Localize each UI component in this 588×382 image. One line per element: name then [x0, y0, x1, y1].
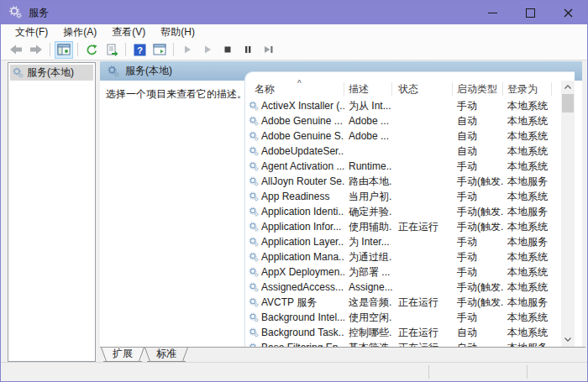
- service-name: Application Infor...: [261, 221, 341, 233]
- pane-header-label: 服务(本地): [125, 64, 172, 78]
- minimize-button[interactable]: [474, 1, 512, 24]
- scroll-up-button[interactable]: [561, 81, 575, 93]
- start-service-button[interactable]: [178, 41, 197, 59]
- tab-standard[interactable]: 标准: [147, 348, 186, 362]
- service-gear-icon: [249, 207, 259, 217]
- resume-service-button[interactable]: [198, 41, 217, 59]
- console-tree-panel: 服务(本地): [8, 62, 96, 362]
- close-button[interactable]: [549, 1, 587, 24]
- service-logon-as: 本地系统: [503, 220, 552, 234]
- service-name: AssignedAccess...: [261, 281, 344, 293]
- table-row[interactable]: Agent Activation ... Runtime... 手动 本地系统: [245, 159, 575, 174]
- service-gear-icon: [249, 222, 259, 232]
- sort-ascending-icon: ^: [297, 77, 302, 91]
- action-pane-icon: [153, 44, 166, 55]
- refresh-button[interactable]: [82, 41, 101, 59]
- table-row[interactable]: Background Intel... 使用空闲... 手动 本地系统: [245, 310, 575, 325]
- statusbar-separator: [527, 365, 528, 379]
- export-list-icon: [105, 44, 118, 56]
- table-row[interactable]: AdobeUpdateSer... 自动 本地系统: [245, 144, 575, 159]
- table-row[interactable]: AllJoyn Router Se... 路由本地... 手动(触发... 本地…: [245, 174, 575, 189]
- refresh-icon: [86, 44, 98, 56]
- services-pane: 服务(本地) 选择一个项目来查看它的描述。 名称 ^ 描述 状态 启动类型 登录…: [100, 61, 582, 362]
- service-status: 正在运行: [392, 296, 453, 310]
- service-startup-type: 手动: [453, 235, 503, 249]
- stop-service-button[interactable]: [218, 41, 237, 59]
- table-row[interactable]: Application Mana... 为通过组... 手动 本地系统: [245, 249, 575, 264]
- menu-action[interactable]: 操作(A): [55, 24, 104, 39]
- scroll-down-button[interactable]: [561, 333, 575, 346]
- service-name: App Readiness: [261, 191, 329, 202]
- service-description: 路由本地...: [344, 175, 392, 189]
- table-row[interactable]: ActiveX Installer (... 为从 Int... 手动 本地系统: [245, 98, 575, 113]
- table-row[interactable]: AssignedAccess... Assigne... 手动(触发... 本地…: [245, 280, 575, 295]
- menu-view[interactable]: 查看(V): [104, 24, 153, 39]
- status-bar: [1, 362, 587, 381]
- service-startup-type: 手动(触发...: [453, 205, 503, 219]
- service-gear-icon: [249, 297, 259, 307]
- view-tabs: 扩展 标准: [100, 347, 585, 363]
- service-description: 为 Inter...: [344, 235, 392, 249]
- column-header-description[interactable]: 描述: [344, 82, 392, 96]
- table-row[interactable]: Application Identi... 确定并验... 手动(触发... 本…: [245, 204, 575, 219]
- service-gear-icon: [249, 267, 259, 277]
- menu-file[interactable]: 文件(F): [8, 24, 55, 39]
- table-row[interactable]: App Readiness 当用户初... 手动 本地系统: [245, 189, 575, 204]
- table-row[interactable]: AVCTP 服务 这是音频... 正在运行 手动(触发... 本地服务: [245, 295, 575, 310]
- service-logon-as: 本地服务: [503, 175, 552, 189]
- table-row[interactable]: Background Task... 控制哪些... 正在运行 自动 本地系统: [245, 325, 575, 340]
- service-name: Application Mana...: [261, 251, 344, 263]
- table-row[interactable]: Application Infor... 使用辅助... 正在运行 手动(触发.…: [245, 219, 575, 234]
- menu-help[interactable]: 帮助(H): [153, 24, 202, 39]
- window-title: 服务: [29, 6, 49, 20]
- back-button[interactable]: [7, 41, 25, 59]
- show-console-tree-button[interactable]: [55, 41, 73, 59]
- table-row[interactable]: Adobe Genuine ... Adobe ... 自动 本地系统: [245, 113, 575, 128]
- service-description: Assigne...: [344, 281, 392, 293]
- restart-service-button[interactable]: [259, 41, 277, 59]
- forward-button[interactable]: [27, 41, 45, 59]
- column-header-status[interactable]: 状态: [392, 82, 453, 96]
- table-row[interactable]: Application Layer... 为 Inter... 手动 本地服务: [245, 234, 575, 249]
- tree-item-services-local[interactable]: 服务(本地): [10, 65, 93, 81]
- column-header-name[interactable]: 名称 ^: [245, 82, 344, 96]
- show-action-pane-button[interactable]: [150, 41, 169, 59]
- table-row[interactable]: AppX Deploymen... 为部署 ... 手动 本地系统: [245, 264, 575, 280]
- service-name: Application Layer...: [261, 236, 344, 248]
- service-name: AllJoyn Router Se...: [261, 175, 344, 187]
- service-description: 使用空闲...: [344, 311, 392, 325]
- services-gear-icon: [108, 65, 119, 77]
- services-list: 名称 ^ 描述 状态 启动类型 登录为 ActiveX Installer (.…: [244, 71, 575, 348]
- scrollbar-thumb[interactable]: [562, 94, 574, 113]
- service-gear-icon: [249, 176, 259, 186]
- pause-service-button[interactable]: [239, 41, 257, 59]
- service-gear-icon: [249, 131, 259, 141]
- service-name: Adobe Genuine ...: [261, 115, 343, 127]
- toolbar-separator: [77, 43, 78, 56]
- start-service-icon: [181, 44, 193, 55]
- service-gear-icon: [249, 237, 259, 247]
- export-list-button[interactable]: [102, 41, 121, 59]
- service-startup-type: 手动: [453, 99, 503, 113]
- help-button[interactable]: ?: [130, 41, 149, 59]
- tab-extended[interactable]: 扩展: [103, 348, 142, 362]
- close-icon: [564, 8, 573, 18]
- service-logon-as: 本地系统: [503, 250, 552, 264]
- service-status: 正在运行: [392, 220, 453, 234]
- service-startup-type: 自动: [453, 114, 503, 128]
- service-gear-icon: [249, 327, 259, 338]
- service-description: 这是音频...: [344, 296, 392, 310]
- service-startup-type: 手动: [453, 190, 503, 204]
- column-header-startup-type[interactable]: 启动类型: [453, 82, 503, 96]
- service-startup-type: 手动(触发...: [453, 175, 503, 189]
- vertical-scrollbar[interactable]: [561, 81, 575, 348]
- statusbar-separator: [428, 365, 429, 379]
- service-logon-as: 本地系统: [503, 311, 552, 325]
- table-row[interactable]: Adobe Genuine S... Adobe ... 自动 本地系统: [245, 128, 575, 144]
- service-description: 确定并验...: [344, 205, 392, 219]
- help-icon: ?: [134, 44, 146, 56]
- maximize-button[interactable]: [512, 1, 549, 24]
- stop-service-icon: [222, 44, 234, 55]
- column-header-logon-as[interactable]: 登录为: [503, 82, 552, 96]
- menubar: 文件(F) 操作(A) 查看(V) 帮助(H): [1, 24, 587, 39]
